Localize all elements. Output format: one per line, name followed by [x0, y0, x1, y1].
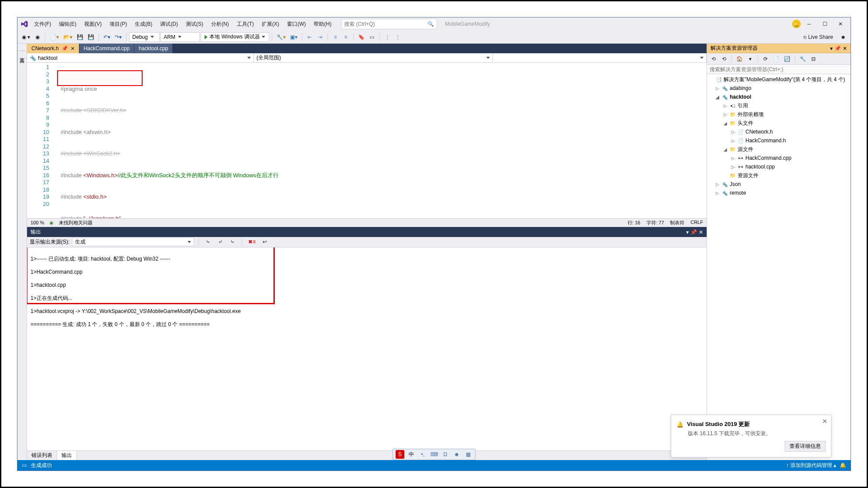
- code-area[interactable]: #pragma once #include <SDKDDKVer.h> #inc…: [55, 63, 707, 218]
- se-sync-button[interactable]: ⟳: [761, 54, 770, 64]
- solution-explorer-search[interactable]: [707, 65, 851, 74]
- bookmark-button[interactable]: 🔖: [356, 32, 366, 42]
- tree-headers[interactable]: ◢📁头文件: [707, 119, 851, 127]
- line-ending[interactable]: CRLF: [690, 220, 703, 226]
- menu-view[interactable]: 视图(V): [82, 19, 104, 30]
- se-btn-2[interactable]: ▾: [745, 54, 755, 64]
- comment-button[interactable]: ≡: [331, 32, 340, 42]
- menu-extensions[interactable]: 扩展(X): [259, 19, 282, 30]
- se-back-button[interactable]: ⟲: [719, 54, 729, 64]
- live-share-button[interactable]: ⎋ Live Share: [803, 34, 833, 40]
- minimize-button[interactable]: ─: [802, 18, 817, 30]
- wrap-output-button[interactable]: ↩: [260, 237, 270, 247]
- pin-icon[interactable]: 📌: [62, 45, 68, 52]
- config-dropdown[interactable]: Debug: [129, 32, 160, 42]
- ime-keyboard-icon[interactable]: ⌨: [430, 450, 438, 459]
- menu-build[interactable]: 生成(B): [132, 19, 155, 30]
- menu-window[interactable]: 窗口(W): [284, 19, 308, 30]
- tree-file-hacktool-cpp[interactable]: ▷++hacktool.cpp: [707, 162, 851, 171]
- toolbar-btn-5[interactable]: ⋮: [393, 32, 403, 42]
- server-explorer-tab[interactable]: 服务器资源管理器: [17, 44, 27, 51]
- menu-file[interactable]: 文件(F): [31, 19, 54, 30]
- ime-lang-button[interactable]: 中: [407, 450, 416, 459]
- tab-hackcommand[interactable]: HackCommand.cpp: [79, 44, 134, 53]
- start-debug-button[interactable]: 本地 Windows 调试器: [201, 32, 269, 42]
- toolbar-btn-3[interactable]: ▭: [367, 32, 377, 42]
- tree-references[interactable]: ▷•□引用: [707, 101, 851, 110]
- menu-test[interactable]: 测试(S): [183, 19, 206, 30]
- nav-forward-button[interactable]: ◉: [33, 32, 42, 42]
- save-button[interactable]: 💾: [75, 32, 85, 42]
- maximize-button[interactable]: ☐: [817, 18, 832, 30]
- output-text[interactable]: 1>------ 已启动生成: 项目: hacktool, 配置: Debug …: [27, 247, 707, 450]
- tree-file-cnetwork[interactable]: ▷📄CNetwork.h: [707, 127, 851, 136]
- member-dropdown[interactable]: [493, 53, 707, 62]
- toast-close-button[interactable]: ✕: [822, 418, 827, 425]
- tree-sources[interactable]: ◢📁源文件: [707, 145, 851, 154]
- tree-resources[interactable]: 📁资源文件: [707, 171, 851, 180]
- menu-help[interactable]: 帮助(H): [311, 19, 334, 30]
- ime-punct-icon[interactable]: •,: [418, 450, 427, 459]
- tree-file-hackcommand-h[interactable]: ▷📄HackCommand.h: [707, 136, 851, 145]
- tree-project-remote[interactable]: ▷🔩remote: [707, 189, 851, 197]
- new-project-button[interactable]: 📄▾: [48, 32, 61, 42]
- tree-solution[interactable]: 📑解决方案"MobileGameModify"(第 4 个项目，共 4 个): [707, 75, 851, 84]
- notifications-icon[interactable]: 🔔: [840, 462, 846, 468]
- open-file-button[interactable]: 📂▾: [62, 32, 74, 42]
- close-icon[interactable]: ✕: [71, 46, 75, 52]
- output-btn-2[interactable]: ⤶: [215, 237, 225, 247]
- ime-toolbar[interactable]: S 中 •, ⌨ Ω ☻ ▦: [393, 449, 475, 460]
- close-icon[interactable]: ✕: [843, 45, 847, 52]
- panel-menu-icon[interactable]: ▾: [830, 45, 833, 52]
- toolbar-btn-4[interactable]: ⋮: [383, 32, 392, 42]
- tree-project-json[interactable]: ▷🔩Json: [707, 180, 851, 189]
- menu-project[interactable]: 项目(P): [107, 19, 130, 30]
- close-icon[interactable]: ✕: [699, 229, 703, 235]
- ime-menu-icon[interactable]: ▦: [464, 450, 472, 459]
- notification-bell-icon[interactable]: 🔔: [792, 20, 801, 28]
- clear-output-button[interactable]: ✖≡: [246, 237, 257, 247]
- menu-tools[interactable]: 工具(T): [234, 19, 256, 30]
- feedback-button[interactable]: ☻: [838, 32, 848, 42]
- scope-dropdown[interactable]: 🔩 hacktool: [27, 53, 254, 62]
- toolbar-btn-1[interactable]: 🔧▾: [275, 32, 287, 42]
- se-showall-button[interactable]: 📄: [771, 54, 781, 64]
- menu-debug[interactable]: 调试(D): [157, 19, 181, 30]
- output-source-dropdown[interactable]: 生成: [72, 237, 194, 246]
- quick-launch-search[interactable]: 🔍: [341, 19, 437, 29]
- se-refresh-button[interactable]: 🔃: [782, 54, 792, 64]
- undo-button[interactable]: ↶▾: [102, 32, 112, 42]
- zoom-level[interactable]: 100 %: [31, 220, 44, 225]
- tab-cnetwork[interactable]: CNetwork.h📌✕: [27, 44, 79, 53]
- search-input[interactable]: [344, 21, 427, 27]
- output-btn-1[interactable]: ⤷: [203, 237, 213, 247]
- panel-menu-icon[interactable]: ▾: [686, 229, 689, 235]
- tree-file-hackcommand-cpp[interactable]: ▷++HackCommand.cpp: [707, 154, 851, 162]
- menu-edit[interactable]: 编辑(E): [56, 19, 79, 30]
- nav-back-button[interactable]: ◉ ▾: [20, 32, 32, 42]
- se-properties-button[interactable]: 🔧: [798, 54, 808, 64]
- save-all-button[interactable]: 💾: [86, 32, 96, 42]
- ime-logo-icon[interactable]: S: [396, 450, 404, 459]
- tree-project-adabingo[interactable]: ▷🔩adabingo: [707, 84, 851, 93]
- menu-analyze[interactable]: 分析(N): [208, 19, 232, 30]
- error-list-tab[interactable]: 错误列表: [27, 451, 57, 460]
- toast-details-button[interactable]: 查看详细信息: [785, 441, 826, 452]
- toolbar-btn-2[interactable]: ▣▾: [288, 32, 299, 42]
- ime-face-icon[interactable]: ☻: [452, 450, 461, 459]
- se-home-icon[interactable]: 🏠: [735, 54, 745, 64]
- output-btn-3[interactable]: ⤷: [228, 237, 237, 247]
- code-editor[interactable]: 1234567891011121314151617181920 #pragma …: [27, 63, 707, 218]
- se-search-input[interactable]: [707, 65, 851, 74]
- tab-hacktool[interactable]: hacktool.cpp: [134, 44, 173, 53]
- uncomment-button[interactable]: ≡: [341, 32, 351, 42]
- indent-left-button[interactable]: ⇤: [305, 32, 314, 42]
- se-home-button[interactable]: ⟲: [709, 54, 718, 64]
- solution-tree[interactable]: 📑解决方案"MobileGameModify"(第 4 个项目，共 4 个) ▷…: [707, 74, 851, 460]
- add-source-control[interactable]: ↑ 添加到源代码管理 ▴: [786, 462, 836, 469]
- output-tab[interactable]: 输出: [57, 451, 77, 460]
- platform-dropdown[interactable]: ARM: [161, 32, 200, 42]
- close-button[interactable]: ✕: [833, 18, 848, 30]
- redo-button[interactable]: ↷▾: [113, 32, 123, 42]
- ime-omega-icon[interactable]: Ω: [441, 450, 450, 459]
